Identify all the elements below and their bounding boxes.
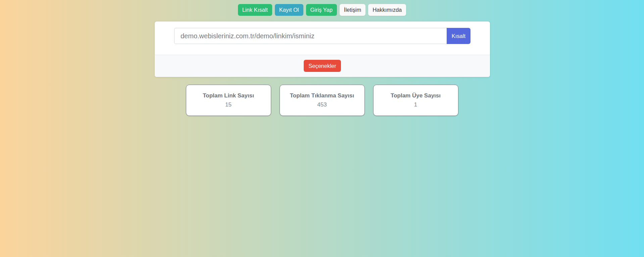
nav-button-kayit-ol[interactable]: Kayıt Ol	[275, 4, 303, 16]
stats-row: Toplam Link Sayısı 15 Toplam Tıklanma Sa…	[0, 85, 644, 116]
shortener-card: Kısalt Seçenekler	[155, 22, 490, 77]
url-input[interactable]	[174, 28, 447, 44]
shortener-card-body: Kısalt	[155, 22, 490, 55]
stat-card-total-links: Toplam Link Sayısı 15	[186, 85, 271, 116]
stat-title: Toplam Üye Sayısı	[391, 92, 441, 99]
page-background: Link Kısalt Kayıt Ol Giriş Yap İletişim …	[0, 0, 644, 257]
nav-button-link-kisalt[interactable]: Link Kısalt	[238, 4, 272, 16]
stat-title: Toplam Link Sayısı	[203, 92, 254, 99]
shortener-card-footer: Seçenekler	[155, 55, 490, 77]
nav-button-giris-yap[interactable]: Giriş Yap	[306, 4, 337, 16]
nav-button-hakkimizda[interactable]: Hakkımızda	[368, 4, 406, 16]
stat-value: 15	[225, 101, 232, 108]
top-navbar: Link Kısalt Kayıt Ol Giriş Yap İletişim …	[0, 4, 644, 16]
stat-value: 1	[414, 101, 417, 108]
nav-button-iletisim[interactable]: İletişim	[340, 4, 365, 16]
stat-card-total-members: Toplam Üye Sayısı 1	[373, 85, 458, 116]
stat-card-total-clicks: Toplam Tıklanma Sayısı 453	[280, 85, 365, 116]
options-button[interactable]: Seçenekler	[304, 60, 341, 72]
stat-value: 453	[317, 101, 327, 108]
shorten-button[interactable]: Kısalt	[447, 28, 470, 44]
url-input-group: Kısalt	[174, 28, 470, 44]
stat-title: Toplam Tıklanma Sayısı	[290, 92, 354, 99]
